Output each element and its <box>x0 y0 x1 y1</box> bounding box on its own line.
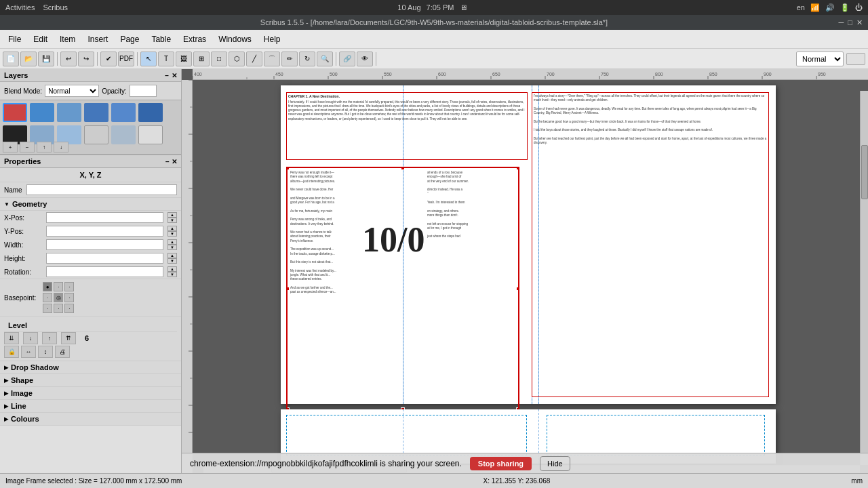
bp-midright[interactable]: · <box>64 293 74 302</box>
level-bottom-btn[interactable]: ⇊ <box>4 332 19 344</box>
level-flip-h-btn[interactable]: ↔ <box>21 346 36 358</box>
toolbar-btn-color[interactable] <box>846 53 865 65</box>
menu-windows[interactable]: Windows <box>213 33 257 45</box>
stop-sharing-button[interactable]: Stop sharing <box>470 457 532 470</box>
line-section[interactable]: ▶ Line <box>0 400 181 413</box>
toolbar-btn-text[interactable]: T <box>158 52 174 66</box>
layer-swatch-blue2[interactable] <box>57 103 81 122</box>
name-input[interactable]: Image14 <box>26 184 177 195</box>
toolbar-btn-undo[interactable]: ↩ <box>60 52 77 66</box>
activities-label[interactable]: Activities <box>5 3 35 12</box>
drop-shadow-section[interactable]: ▶ Drop Shadow <box>0 361 181 374</box>
colours-section[interactable]: ▶ Colours <box>0 413 181 426</box>
toolbar-btn-bezier[interactable]: ⌒ <box>264 52 280 66</box>
layer-swatch-blue1[interactable] <box>30 103 54 122</box>
opacity-input[interactable]: 100 % <box>130 85 157 97</box>
layers-close-icon[interactable]: ✕ <box>172 72 177 79</box>
height-input[interactable]: 172.500 mm <box>46 253 163 264</box>
layer-add-btn[interactable]: + <box>3 142 18 152</box>
toolbar-btn-rotate[interactable]: ↻ <box>299 52 315 66</box>
bp-botleft[interactable]: · <box>43 304 52 313</box>
layer-swatch-white1[interactable] <box>84 125 108 144</box>
layer-swatch-blue5[interactable] <box>138 103 163 122</box>
menu-table[interactable]: Table <box>146 33 176 45</box>
toolbar-btn-open[interactable]: 📂 <box>20 52 37 66</box>
height-stepper[interactable]: ▲ ▼ <box>167 253 177 264</box>
height-up[interactable]: ▲ <box>167 253 177 258</box>
text-frame-chapter[interactable]: CHAPTER 1. A New Destination. I fortunat… <box>286 92 528 160</box>
blend-mode-select[interactable]: Normal <box>45 85 99 97</box>
toolbar-btn-line[interactable]: ╱ <box>246 52 262 66</box>
layer-swatch-red[interactable] <box>3 103 27 122</box>
geometry-header[interactable]: ▼ Geometry <box>0 198 181 211</box>
ypos-stepper[interactable]: ▲ ▼ <box>167 226 177 237</box>
menu-item[interactable]: Item <box>54 33 81 45</box>
toolbar-btn-image[interactable]: 🖼 <box>176 52 192 66</box>
toolbar-btn-zoom[interactable]: 🔍 <box>317 52 333 66</box>
bp-botright[interactable]: · <box>64 304 74 313</box>
view-mode-select[interactable]: Normal Preview <box>796 52 844 66</box>
width-input[interactable]: 127.000 mm <box>46 239 163 250</box>
layer-swatch-white2[interactable] <box>138 125 163 144</box>
menu-page[interactable]: Page <box>115 33 144 45</box>
image-frame-selected[interactable]: Perry was not enough inside it— there wa… <box>286 167 519 411</box>
rotation-up[interactable]: ▲ <box>167 266 177 272</box>
xpos-dn[interactable]: ▼ <box>167 218 177 223</box>
toolbar-btn-pdf[interactable]: PDF <box>118 52 134 66</box>
layer-swatch-cyan3[interactable] <box>111 125 136 144</box>
layer-up-btn[interactable]: ↑ <box>37 142 52 152</box>
layers-collapse-icon[interactable]: − <box>165 72 169 79</box>
v-scroll-thumb[interactable] <box>861 145 868 199</box>
layer-swatch-blue3[interactable] <box>84 103 108 122</box>
shape-section[interactable]: ▶ Shape <box>0 374 181 387</box>
props-collapse-icon[interactable]: − <box>165 158 170 165</box>
xpos-input[interactable]: 81.000 mm <box>46 212 163 223</box>
bp-topright[interactable]: · <box>64 282 74 291</box>
width-stepper[interactable]: ▲ ▼ <box>167 239 177 250</box>
close-button[interactable]: ✕ <box>856 18 863 27</box>
toolbar-btn-freehand[interactable]: ✏ <box>281 52 298 66</box>
minimize-button[interactable]: ─ <box>839 18 844 27</box>
lower-text-frame-left[interactable] <box>286 415 527 455</box>
text-frame-right-col[interactable]: I've always had a story—"Over there," "R… <box>532 92 769 397</box>
toolbar-btn-eye[interactable]: 👁 <box>357 52 373 66</box>
rotation-input[interactable]: 0.0 ° <box>46 266 163 277</box>
scribus-indicator[interactable]: Scribus <box>43 3 68 12</box>
level-up-btn[interactable]: ↑ <box>42 332 57 344</box>
toolbar-btn-table2[interactable]: ⊞ <box>193 52 210 66</box>
xpos-stepper[interactable]: ▲ ▼ <box>167 212 177 223</box>
rotation-dn[interactable]: ▼ <box>167 272 177 277</box>
menu-help[interactable]: Help <box>258 33 286 45</box>
bp-topcenter[interactable]: · <box>54 282 63 291</box>
bp-center[interactable]: ◎ <box>54 293 63 302</box>
level-top-btn[interactable]: ⇈ <box>61 332 76 344</box>
lower-text-frame-right[interactable] <box>547 415 765 455</box>
toolbar-btn-links[interactable]: 🔗 <box>339 52 355 66</box>
bp-botcenter[interactable]: · <box>54 304 63 313</box>
toolbar-btn-select[interactable]: ↖ <box>140 52 157 66</box>
toolbar-btn-new[interactable]: 📄 <box>3 52 19 66</box>
layer-swatch-blue4[interactable] <box>111 103 136 122</box>
menu-insert[interactable]: Insert <box>82 33 113 45</box>
menu-file[interactable]: File <box>3 33 26 45</box>
layer-dn-btn[interactable]: ↓ <box>54 142 68 152</box>
width-dn[interactable]: ▼ <box>167 245 177 250</box>
bp-topleft[interactable]: ● <box>43 282 52 291</box>
menu-extras[interactable]: Extras <box>178 33 212 45</box>
toolbar-btn-shape[interactable]: □ <box>211 52 227 66</box>
maximize-button[interactable]: □ <box>848 18 852 27</box>
image-section[interactable]: ▶ Image <box>0 387 181 400</box>
width-up[interactable]: ▲ <box>167 239 177 245</box>
ypos-input[interactable]: 103.750 mm <box>46 226 163 237</box>
toolbar-btn-preflight[interactable]: ✔ <box>100 52 117 66</box>
level-flip-v-btn[interactable]: ↕ <box>38 346 53 358</box>
level-print-btn[interactable]: 🖨 <box>55 346 70 358</box>
menu-edit[interactable]: Edit <box>28 33 53 45</box>
hide-button[interactable]: Hide <box>540 456 570 471</box>
level-lock-btn[interactable]: 🔒 <box>4 346 19 358</box>
props-close-icon[interactable]: ✕ <box>172 158 177 165</box>
layer-del-btn[interactable]: − <box>20 142 35 152</box>
bp-midleft[interactable]: · <box>43 293 52 302</box>
toolbar-btn-redo[interactable]: ↪ <box>78 52 94 66</box>
toolbar-btn-save[interactable]: 💾 <box>38 52 54 66</box>
